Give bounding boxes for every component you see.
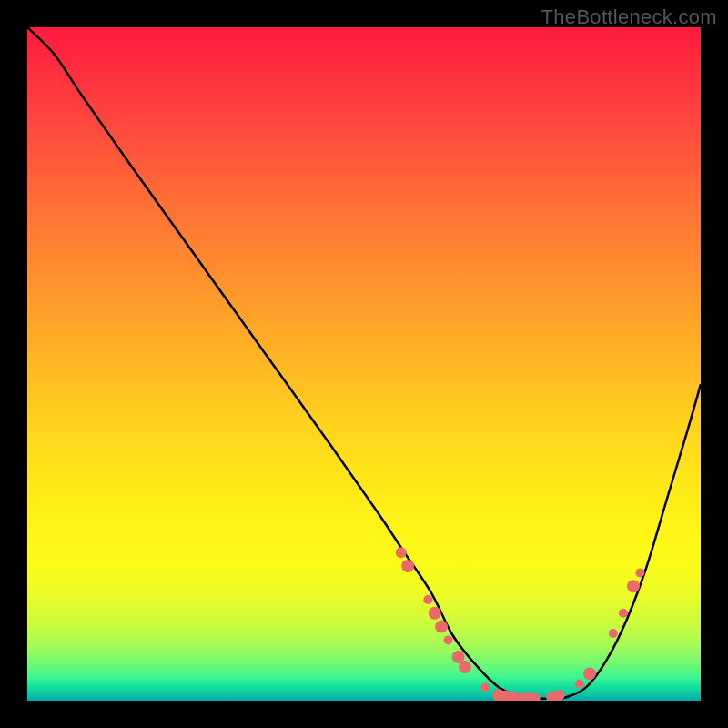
data-markers (396, 547, 645, 701)
watermark-text: TheBottleneck.com (541, 5, 717, 29)
bottleneck-curve (27, 27, 701, 699)
data-marker (583, 667, 596, 680)
chart-svg (27, 27, 701, 701)
data-marker (444, 635, 453, 644)
data-marker (429, 607, 441, 620)
data-marker (575, 680, 584, 689)
data-marker (401, 560, 414, 572)
data-marker (396, 547, 407, 558)
data-marker (619, 609, 628, 618)
chart-container (27, 27, 701, 701)
data-marker (423, 595, 432, 604)
data-marker (459, 661, 471, 673)
data-marker (480, 682, 490, 692)
data-marker (435, 621, 448, 633)
data-marker (609, 629, 618, 638)
data-marker (635, 568, 644, 577)
data-marker (554, 690, 565, 701)
data-marker (627, 580, 640, 592)
